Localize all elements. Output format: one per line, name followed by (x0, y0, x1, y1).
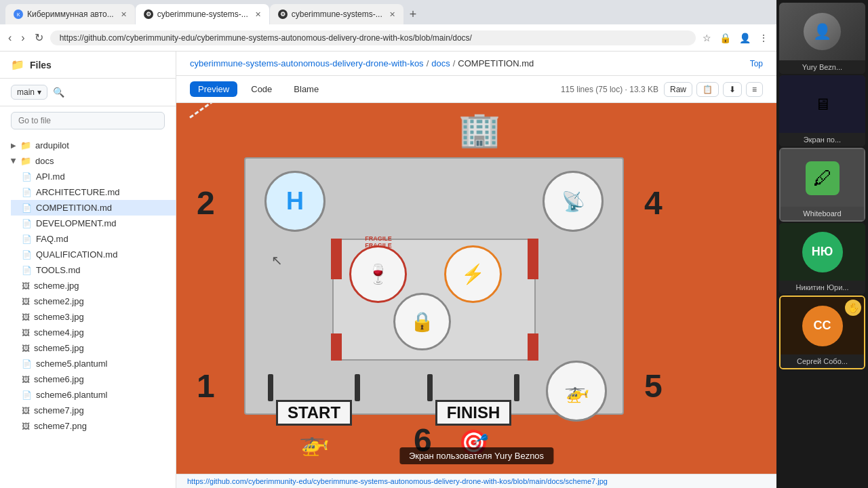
file-tools[interactable]: 📄 TOOLS.md (11, 262, 176, 278)
branch-chevron: ▾ (37, 87, 41, 97)
raised-hand-icon: ✋ (845, 300, 861, 316)
file-content: 🏢 2 3 4 5 6 1 H � (176, 103, 776, 474)
branch-selector[interactable]: main ▾ (11, 85, 47, 100)
file-scheme2[interactable]: 🖼 scheme2.jpg (11, 293, 176, 309)
file-scheme6[interactable]: 🖼 scheme6.jpg (11, 371, 176, 387)
fragile-circle: 🍷 (349, 245, 407, 303)
tab-label-1: Кибериммунная авто... (27, 9, 114, 19)
file-scheme7png[interactable]: 🖼 scheme7.png (11, 418, 176, 434)
finish-text: FINISH (447, 403, 500, 422)
search-input[interactable] (11, 112, 165, 129)
file-scheme5[interactable]: 🖼 scheme5.jpg (11, 340, 176, 356)
file-scheme6p[interactable]: 📄 scheme6.plantuml (11, 387, 176, 403)
yury-video: 👤 (779, 3, 865, 60)
file-label: scheme4.jpg (34, 327, 84, 338)
file-label: QUALIFICATION.md (36, 249, 117, 260)
file-label: scheme6.plantuml (36, 390, 108, 400)
file-label: TOOLS.md (36, 265, 81, 275)
forward-button[interactable]: › (18, 29, 27, 47)
file-api[interactable]: 📄 API.md (11, 169, 176, 184)
finish-label: FINISH (435, 400, 512, 426)
screen-tooltip: Экран пользователя Yury Beznos (399, 447, 553, 464)
breadcrumb-folder[interactable]: docs (431, 58, 450, 68)
sergey-video: CC ✋ (781, 297, 864, 354)
participant-whiteboard[interactable]: 🖊 Whiteboard (779, 148, 865, 222)
file-architecture[interactable]: 📄 ARCHITECTURE.md (11, 184, 176, 200)
participant-sergey[interactable]: CC ✋ Сергей Собо... (779, 296, 865, 369)
menu-button[interactable]: ⋮ (756, 30, 771, 46)
folder-docs[interactable]: ▶ 📁 docs (0, 153, 176, 169)
branch-name: main (17, 87, 35, 97)
url-input[interactable] (50, 30, 696, 45)
file-faq[interactable]: 📄 FAQ.md (11, 231, 176, 247)
raw-button[interactable]: Raw (664, 82, 692, 97)
participant-screen[interactable]: 🖥 Экран по... (779, 75, 865, 146)
file-icon: 📄 (22, 203, 32, 213)
file-competition[interactable]: 📄 COMPETITION.md (11, 200, 176, 216)
file-scheme7[interactable]: 🖼 scheme7.jpg (11, 403, 176, 418)
file-label: COMPETITION.md (36, 203, 112, 213)
folder-docs-chevron: ▶ (10, 159, 18, 164)
tab-code[interactable]: Code (243, 81, 280, 97)
download-button[interactable]: ⬇ (723, 82, 742, 97)
copy-button[interactable]: 📋 (696, 82, 719, 97)
right-panel: 👤 Yury Bezn... 🖥 Экран по... 🖊 Whiteboar… (776, 0, 868, 488)
tab-1[interactable]: К Кибериммунная авто... ✕ (5, 4, 135, 24)
file-label: DEVELOPMENT.md (36, 218, 116, 228)
extension-button[interactable]: 🔒 (717, 30, 734, 46)
file-scheme5p[interactable]: 📄 scheme5.plantuml (11, 356, 176, 371)
file-development[interactable]: 📄 DEVELOPMENT.md (11, 216, 176, 231)
participant-yury[interactable]: 👤 Yury Bezn... (779, 3, 865, 74)
profile-button[interactable]: 👤 (736, 30, 753, 46)
gate-right-bottom (528, 333, 538, 361)
participant-nikitin[interactable]: НЮ Никитин Юри... (779, 223, 865, 294)
file-label: API.md (36, 171, 65, 182)
lock-circle: 🔒 (393, 293, 451, 350)
tab-close-2[interactable]: ✕ (255, 10, 261, 19)
zone-4-label: 4 (644, 184, 663, 222)
reload-button[interactable]: ↻ (32, 28, 46, 47)
tab-2[interactable]: ⚙ cyberimmune-systems-... ✕ (136, 4, 269, 24)
yury-name: Yury Bezn... (779, 60, 865, 74)
file-icon: 📄 (22, 219, 32, 228)
breadcrumb-sep1: / (427, 58, 429, 68)
file-label: FAQ.md (36, 234, 68, 244)
address-bar: ‹ › ↻ ☆ 🔒 👤 ⋮ (0, 24, 776, 52)
screen-name: Экран по... (779, 133, 865, 146)
file-scheme3[interactable]: 🖼 scheme3.jpg (11, 309, 176, 325)
file-icon: 🖼 (22, 375, 30, 384)
sidebar-header: 📁 Files (0, 52, 176, 79)
tab-blame[interactable]: Blame (285, 81, 327, 97)
toolbar-icons: ☆ 🔒 👤 ⋮ (700, 30, 771, 46)
start-post-left (268, 374, 273, 401)
search-box (0, 106, 176, 135)
search-files-button[interactable]: 🔍 (50, 84, 67, 100)
cursor: ↖ (271, 252, 283, 268)
tab-label-3: cyberimmune-systems-... (292, 9, 382, 19)
file-icon: 🖼 (22, 297, 30, 306)
folder-ardupilot[interactable]: ▶ 📁 ardupilot (0, 138, 176, 153)
folder-name: ardupilot (35, 140, 69, 150)
tab-preview[interactable]: Preview (190, 81, 237, 97)
new-tab-button[interactable]: + (404, 5, 422, 24)
file-icon: 📄 (22, 359, 32, 369)
breadcrumb-repo[interactable]: cyberimmune-systems-autonomous-delivery-… (190, 58, 424, 68)
content-area: cyberimmune-systems-autonomous-delivery-… (176, 52, 776, 488)
file-qualification[interactable]: 📄 QUALIFICATION.md (11, 247, 176, 262)
fragile-label: FRAGILEFRAGILE (351, 235, 406, 249)
sergey-avatar: CC (802, 306, 843, 346)
tab-3[interactable]: ⚙ cyberimmune-systems-... ✕ (270, 4, 403, 24)
tab-close-1[interactable]: ✕ (121, 10, 127, 19)
bookmark-button[interactable]: ☆ (700, 30, 714, 46)
speed-circle: ⚡ (444, 245, 502, 303)
gate-right-top (528, 239, 538, 279)
tab-close-3[interactable]: ✕ (389, 10, 395, 19)
back-button[interactable]: ‹ (5, 29, 14, 47)
file-scheme4[interactable]: 🖼 scheme4.jpg (11, 325, 176, 340)
file-scheme[interactable]: 🖼 scheme.jpg (11, 278, 176, 293)
list-button[interactable]: ≡ (746, 82, 763, 97)
file-icon: 🖼 (22, 328, 30, 338)
sidebar: 📁 Files main ▾ 🔍 ▶ 📁 ardupilot (0, 52, 176, 488)
top-link[interactable]: Top (750, 59, 763, 68)
whiteboard-icon: 🖊 (806, 161, 840, 195)
